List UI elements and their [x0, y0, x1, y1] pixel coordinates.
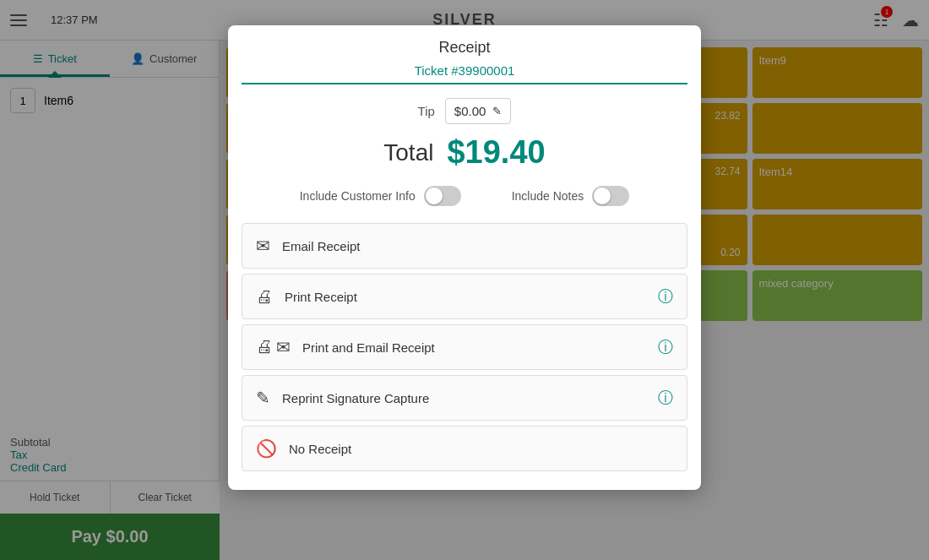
email-receipt-label: Email Receipt [282, 239, 361, 253]
print-email-icons: 🖨 ✉ [256, 337, 291, 357]
customer-info-toggle-item: Include Customer Info [300, 186, 461, 206]
reprint-sig-label: Reprint Signature Capture [282, 391, 429, 405]
email-icon-2: ✉ [276, 337, 291, 357]
no-icon: 🚫 [256, 438, 277, 459]
tip-row: Tip $0.00 ✎ [228, 98, 701, 124]
total-row: Total $19.40 [228, 134, 701, 171]
customer-info-toggle[interactable] [424, 186, 461, 206]
no-receipt-button[interactable]: 🚫 No Receipt [242, 426, 687, 471]
receipt-modal: Receipt Ticket #39900001 Tip $0.00 ✎ Tot… [228, 25, 701, 490]
notes-toggle[interactable] [592, 186, 629, 206]
total-label: Total [383, 139, 433, 166]
tip-value: $0.00 [454, 104, 486, 118]
customer-info-label: Include Customer Info [300, 189, 416, 203]
notes-label: Include Notes [512, 189, 584, 203]
signature-icon: ✎ [256, 388, 270, 408]
print-receipt-button[interactable]: 🖨 Print Receipt ⓘ [242, 274, 687, 319]
print-email-label: Print and Email Receipt [302, 340, 435, 355]
total-amount: $19.40 [447, 134, 545, 171]
tip-input[interactable]: $0.00 ✎ [445, 98, 512, 124]
info-icon-3: ⓘ [658, 388, 673, 408]
modal-title: Receipt [228, 25, 701, 63]
print-email-receipt-button[interactable]: 🖨 ✉ Print and Email Receipt ⓘ [242, 324, 687, 370]
email-icon: ✉ [256, 236, 270, 256]
print-receipt-label: Print Receipt [285, 290, 357, 304]
no-receipt-label: No Receipt [289, 442, 351, 456]
reprint-sig-button[interactable]: ✎ Reprint Signature Capture ⓘ [242, 375, 687, 421]
email-receipt-button[interactable]: ✉ Email Receipt [242, 223, 687, 269]
ticket-number: Ticket #39900001 [242, 63, 687, 84]
tip-label: Tip [418, 104, 435, 118]
print-icon-2: 🖨 [256, 337, 273, 357]
edit-icon: ✎ [492, 105, 502, 117]
info-icon-2: ⓘ [658, 337, 673, 357]
toggle-row: Include Customer Info Include Notes [228, 186, 701, 206]
print-icon: 🖨 [256, 287, 273, 307]
info-icon: ⓘ [658, 286, 673, 307]
notes-toggle-item: Include Notes [512, 186, 630, 206]
